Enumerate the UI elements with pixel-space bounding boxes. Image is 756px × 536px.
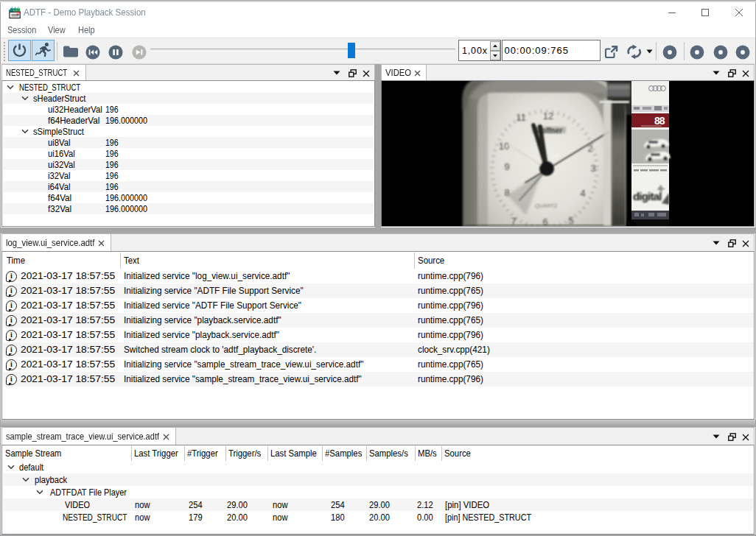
svg-text:digital: digital [633, 190, 662, 202]
svg-text:3: 3 [590, 163, 595, 174]
svg-text:12: 12 [543, 110, 553, 121]
svg-text:10: 10 [499, 141, 509, 152]
svg-text:4: 4 [580, 188, 585, 199]
svg-text:9: 9 [504, 161, 509, 172]
svg-text:88: 88 [654, 115, 665, 127]
svg-text:11: 11 [516, 112, 526, 123]
svg-text:5: 5 [568, 215, 573, 226]
svg-text:7: 7 [511, 216, 516, 226]
svg-text:QUARTZ: QUARTZ [535, 202, 558, 209]
